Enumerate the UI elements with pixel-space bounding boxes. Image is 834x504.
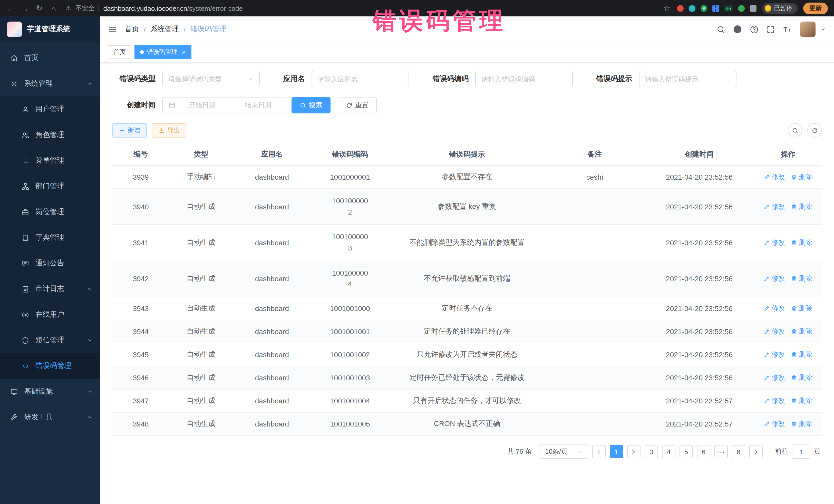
- extension-puzzle-icon[interactable]: [750, 5, 756, 12]
- edit-link[interactable]: 修改: [764, 373, 785, 382]
- browser-forward-icon[interactable]: →: [21, 4, 29, 13]
- sidebar-item-online-user[interactable]: 在线用户: [0, 302, 100, 327]
- extension-red-icon[interactable]: [677, 5, 684, 12]
- breadcrumb-item[interactable]: 系统管理: [150, 25, 179, 34]
- sidebar-item-system[interactable]: 系统管理: [0, 71, 100, 96]
- delete-link[interactable]: 删除: [791, 396, 812, 406]
- user-avatar[interactable]: [800, 22, 815, 37]
- app-logo[interactable]: 芋道管理系统: [0, 17, 100, 42]
- extension-teal-icon[interactable]: [689, 5, 696, 12]
- browser-home-icon[interactable]: ⌂: [49, 4, 58, 13]
- browser-back-icon[interactable]: ←: [6, 4, 15, 13]
- toggle-search-button[interactable]: [788, 123, 802, 137]
- page-size-select[interactable]: 10条/页: [539, 444, 588, 459]
- next-page-button[interactable]: [749, 445, 763, 458]
- error-type-select[interactable]: 请选择错误码类型: [162, 71, 260, 87]
- caret-down-icon: [820, 26, 826, 32]
- tab-error-code[interactable]: 错误码管理×: [134, 45, 191, 59]
- goto-page-input[interactable]: [792, 444, 810, 459]
- extension-on-badge-icon[interactable]: on: [724, 5, 733, 12]
- add-button[interactable]: 新增: [112, 123, 147, 137]
- edit-icon: [764, 398, 770, 404]
- error-code-input[interactable]: [481, 75, 567, 83]
- reset-button[interactable]: 重置: [338, 97, 377, 113]
- delete-link[interactable]: 删除: [791, 419, 812, 429]
- page-button-6[interactable]: 6: [697, 445, 710, 458]
- page-ellipsis[interactable]: ···: [715, 445, 728, 458]
- delete-link[interactable]: 删除: [791, 350, 812, 359]
- sidebar-item-user[interactable]: 用户管理: [0, 96, 100, 122]
- hamburger-icon[interactable]: [108, 24, 117, 34]
- sidebar-item-audit-log[interactable]: 审计日志: [0, 276, 100, 302]
- cell-code: 1001001004: [311, 389, 389, 412]
- page-button-8[interactable]: 8: [732, 445, 745, 458]
- cell-message: CRON 表达式不正确: [389, 412, 545, 436]
- edit-link[interactable]: 修改: [764, 419, 785, 429]
- delete-link[interactable]: 删除: [791, 327, 812, 336]
- page-button-5[interactable]: 5: [680, 445, 693, 458]
- export-button[interactable]: 导出: [152, 123, 186, 137]
- delete-link[interactable]: 删除: [791, 202, 812, 211]
- sidebar-item-label: 系统管理: [24, 79, 53, 88]
- sidebar-item-post[interactable]: 岗位管理: [0, 199, 100, 225]
- edit-link[interactable]: 修改: [764, 172, 785, 182]
- error-hint-input[interactable]: [645, 75, 730, 83]
- github-icon[interactable]: [733, 25, 742, 34]
- sidebar-item-label: 审计日志: [36, 284, 64, 293]
- sidebar-item-notice[interactable]: 通知公告: [0, 250, 100, 276]
- edit-link[interactable]: 修改: [764, 396, 785, 406]
- search-icon[interactable]: [717, 25, 725, 34]
- page-button-3[interactable]: 3: [644, 445, 658, 458]
- tab-home[interactable]: 首页: [108, 45, 131, 59]
- avatar-caret-icon[interactable]: [820, 26, 826, 32]
- edit-link[interactable]: 修改: [764, 304, 785, 313]
- breadcrumb-item[interactable]: 错误码管理: [191, 25, 226, 34]
- edit-link[interactable]: 修改: [764, 202, 785, 211]
- prev-page-button[interactable]: [592, 445, 606, 458]
- sidebar-item-infra[interactable]: 基础设施: [0, 379, 100, 404]
- sidebar-item-devtools[interactable]: 研发工具: [0, 404, 100, 430]
- tab-close-icon[interactable]: ×: [182, 49, 185, 56]
- date-range-picker[interactable]: 开始日期 - 结束日期: [162, 97, 286, 113]
- delete-link[interactable]: 删除: [791, 304, 812, 313]
- refresh-table-button[interactable]: [807, 123, 822, 137]
- sidebar-item-dict[interactable]: 字典管理: [0, 225, 100, 250]
- edit-link[interactable]: 修改: [764, 350, 785, 359]
- browser-url-bar[interactable]: ⚠ 不安全 dashboard.yudao.iocoder.cn/system/…: [64, 4, 658, 13]
- sidebar-item-sms[interactable]: 短信管理: [0, 327, 100, 353]
- font-size-icon[interactable]: TT: [783, 24, 792, 34]
- sidebar-item-role[interactable]: 角色管理: [0, 122, 100, 148]
- delete-link[interactable]: 删除: [791, 172, 812, 182]
- fullscreen-icon[interactable]: [766, 25, 775, 34]
- search-button[interactable]: 搜索: [291, 97, 331, 113]
- sidebar-item-error-code[interactable]: 错误码管理: [0, 353, 100, 379]
- cell-app: dashboard: [233, 189, 311, 225]
- briefcase-icon: [22, 208, 29, 216]
- sidebar-item-home[interactable]: 首页: [0, 45, 100, 71]
- page-button-4[interactable]: 4: [662, 445, 675, 458]
- sidebar-item-menu[interactable]: 菜单管理: [0, 148, 100, 174]
- extension-green-icon[interactable]: [738, 5, 745, 12]
- app-name-input[interactable]: [318, 75, 403, 83]
- sidebar-item-label: 错误码管理: [36, 361, 71, 371]
- extension-v-icon[interactable]: V: [701, 5, 707, 12]
- app-root: 错误码管理 ← → ↻ ⌂ ⚠ 不安全 dashboard.yudao.ioco…: [0, 0, 834, 504]
- edit-link[interactable]: 修改: [764, 238, 785, 247]
- bookmark-star-icon[interactable]: ☆: [663, 4, 670, 13]
- cell-type: 自动生成: [169, 225, 233, 261]
- breadcrumb-item[interactable]: 首页: [125, 25, 139, 34]
- update-button[interactable]: 更新: [803, 2, 828, 14]
- paused-badge[interactable]: 已暂停: [762, 3, 797, 14]
- page-button-2[interactable]: 2: [627, 445, 640, 458]
- delete-link[interactable]: 删除: [791, 238, 812, 247]
- fontsize-icon: TT: [783, 24, 792, 34]
- sidebar-item-dept[interactable]: 部门管理: [0, 174, 100, 199]
- extension-grid-icon[interactable]: [712, 5, 719, 12]
- delete-link[interactable]: 删除: [791, 274, 812, 284]
- edit-link[interactable]: 修改: [764, 327, 785, 336]
- delete-link[interactable]: 删除: [791, 373, 812, 382]
- page-button-1[interactable]: 1: [610, 445, 623, 458]
- help-icon[interactable]: [750, 25, 759, 34]
- edit-link[interactable]: 修改: [764, 274, 785, 284]
- browser-refresh-icon[interactable]: ↻: [35, 4, 44, 13]
